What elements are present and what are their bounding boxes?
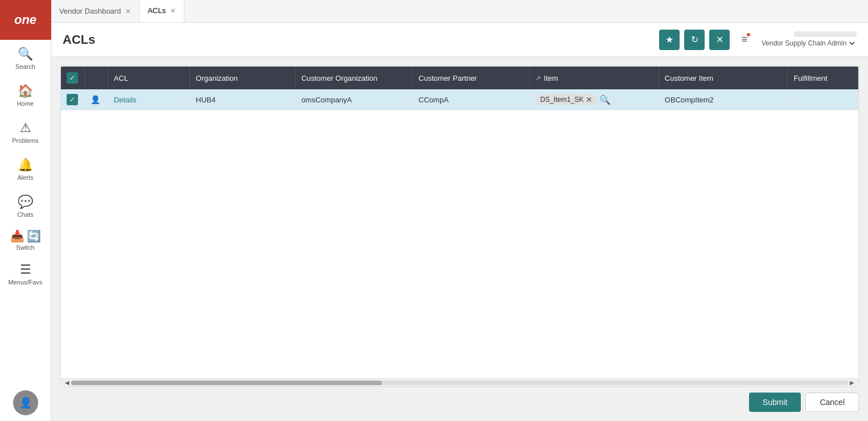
- app-logo[interactable]: one: [0, 0, 51, 40]
- row-person-icon: 👤: [90, 95, 100, 104]
- sidebar-item-label: Alerts: [17, 174, 33, 181]
- sidebar-item-search[interactable]: 🔍 Search: [0, 40, 51, 77]
- details-link[interactable]: Details: [114, 96, 137, 104]
- col-icon: [84, 67, 108, 89]
- notification-dot: [746, 32, 751, 38]
- select-all-checkbox[interactable]: ✓: [67, 72, 78, 84]
- warning-icon: ⚠: [20, 121, 31, 135]
- sidebar-item-chats[interactable]: 💬 Chats: [0, 188, 51, 225]
- col-customer-item[interactable]: Customer Item: [659, 67, 788, 89]
- horizontal-scrollbar[interactable]: ◀ ▶: [61, 378, 858, 386]
- col-item[interactable]: ↗ Item: [530, 67, 659, 89]
- header-actions: ★ ↻ ✕ ≡ Vendor Supply Chain Admin: [659, 30, 857, 50]
- row-icon-cell: 👤: [84, 89, 108, 110]
- row-customer-org-cell: omsCompanyA: [295, 89, 413, 110]
- sidebar: one 🔍 Search 🏠 Home ⚠ Problems 🔔 Alerts …: [0, 0, 51, 421]
- close-tab-acls[interactable]: ✕: [170, 7, 176, 15]
- close-page-button[interactable]: ✕: [709, 30, 730, 50]
- cancel-button[interactable]: Cancel: [805, 393, 859, 412]
- tab-bar: Vendor Dashboard ✕ ACLs ✕: [51, 0, 868, 23]
- sidebar-item-label: Switch: [16, 244, 34, 251]
- sidebar-item-problems[interactable]: ⚠ Problems: [0, 114, 51, 151]
- table-container: ✓ ACL Organization Customer Organization: [60, 66, 859, 387]
- sidebar-item-label: Home: [17, 100, 34, 107]
- sidebar-item-home[interactable]: 🏠 Home: [0, 77, 51, 114]
- content-area: ✓ ACL Organization Customer Organization: [51, 57, 868, 421]
- sidebar-item-menus[interactable]: ☰ Menus/Favs: [0, 255, 51, 292]
- row-customer-item-cell: OBCompItem2: [659, 89, 788, 110]
- sidebar-item-label: Menus/Favs: [9, 279, 43, 286]
- table-row: ✓ 👤 Details HUB4: [61, 89, 858, 110]
- submit-button[interactable]: Submit: [749, 393, 801, 412]
- acl-table: ✓ ACL Organization Customer Organization: [61, 67, 858, 110]
- home-icon: 🏠: [18, 84, 33, 98]
- favorite-button[interactable]: ★: [659, 30, 680, 50]
- scroll-right-arrow[interactable]: ▶: [848, 379, 856, 386]
- row-checkbox[interactable]: ✓: [67, 94, 78, 105]
- switch-arrows-icon: 🔄: [27, 229, 41, 243]
- menu-icon: ☰: [20, 262, 31, 277]
- sidebar-item-label: Chats: [17, 211, 34, 218]
- page-title: ACLs: [63, 32, 659, 47]
- user-role-dropdown[interactable]: Vendor Supply Chain Admin: [759, 39, 857, 48]
- search-icon: 🔍: [18, 47, 33, 61]
- user-selector: Vendor Supply Chain Admin: [759, 31, 857, 48]
- scroll-left-arrow[interactable]: ◀: [63, 379, 71, 386]
- col-checkbox[interactable]: ✓: [61, 67, 84, 89]
- col-organization[interactable]: Organization: [190, 67, 295, 89]
- remove-item-tag[interactable]: ✕: [586, 95, 593, 104]
- avatar: 👤: [13, 390, 38, 415]
- table-scroll[interactable]: ✓ ACL Organization Customer Organization: [61, 67, 858, 378]
- row-org-cell: HUB4: [190, 89, 295, 110]
- row-item-cell: DS_Item1_SK ✕ 🔍: [530, 89, 659, 110]
- tab-acls[interactable]: ACLs ✕: [139, 0, 184, 22]
- col-customer-org[interactable]: Customer Organization: [295, 67, 413, 89]
- scrollbar-thumb[interactable]: [71, 381, 382, 385]
- menu-button[interactable]: ≡: [734, 30, 755, 50]
- item-search-button[interactable]: 🔍: [599, 94, 611, 105]
- item-tag: DS_Item1_SK ✕: [536, 94, 597, 105]
- sidebar-item-switch[interactable]: 📥 🔄 Switch: [0, 225, 51, 255]
- table-header-row: ✓ ACL Organization Customer Organization: [61, 67, 858, 89]
- user-name-placeholder: [794, 31, 857, 37]
- tab-vendor-dashboard[interactable]: Vendor Dashboard ✕: [51, 0, 139, 22]
- page-header: ACLs ★ ↻ ✕ ≡ Vendor Supply Chain Admin: [51, 23, 868, 57]
- col-customer-partner[interactable]: Customer Partner: [413, 67, 530, 89]
- inbox-icon: 📥: [10, 229, 24, 243]
- sidebar-item-avatar[interactable]: 👤: [0, 383, 51, 421]
- refresh-button[interactable]: ↻: [684, 30, 705, 50]
- row-checkbox-cell[interactable]: ✓: [61, 89, 84, 110]
- scrollbar-track[interactable]: [71, 381, 848, 385]
- footer-actions: Submit Cancel: [60, 387, 859, 412]
- external-link-icon: ↗: [536, 75, 541, 82]
- sidebar-item-label: Search: [15, 63, 35, 70]
- chat-icon: 💬: [18, 195, 33, 209]
- row-fulfillment-cell: [788, 89, 858, 110]
- row-acl-cell[interactable]: Details: [108, 89, 190, 110]
- col-acl[interactable]: ACL: [108, 67, 190, 89]
- col-fulfillment[interactable]: Fulfillment: [788, 67, 858, 89]
- main-area: Vendor Dashboard ✕ ACLs ✕ ACLs ★ ↻ ✕ ≡ V…: [51, 0, 868, 421]
- sidebar-item-alerts[interactable]: 🔔 Alerts: [0, 151, 51, 188]
- bell-icon: 🔔: [18, 158, 33, 172]
- sidebar-item-label: Problems: [12, 137, 38, 144]
- close-tab-vendor-dashboard[interactable]: ✕: [125, 7, 131, 15]
- row-customer-partner-cell: CCompA: [413, 89, 530, 110]
